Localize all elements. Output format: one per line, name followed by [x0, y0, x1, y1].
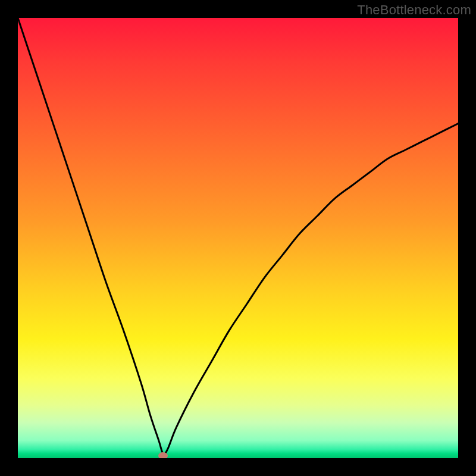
- minimum-point-marker: [158, 452, 168, 458]
- watermark-text: TheBottleneck.com: [357, 2, 471, 18]
- plot-area: [18, 18, 458, 458]
- bottleneck-curve-path: [18, 18, 458, 455]
- curve-svg: [18, 18, 458, 458]
- chart-frame: TheBottleneck.com: [0, 0, 476, 476]
